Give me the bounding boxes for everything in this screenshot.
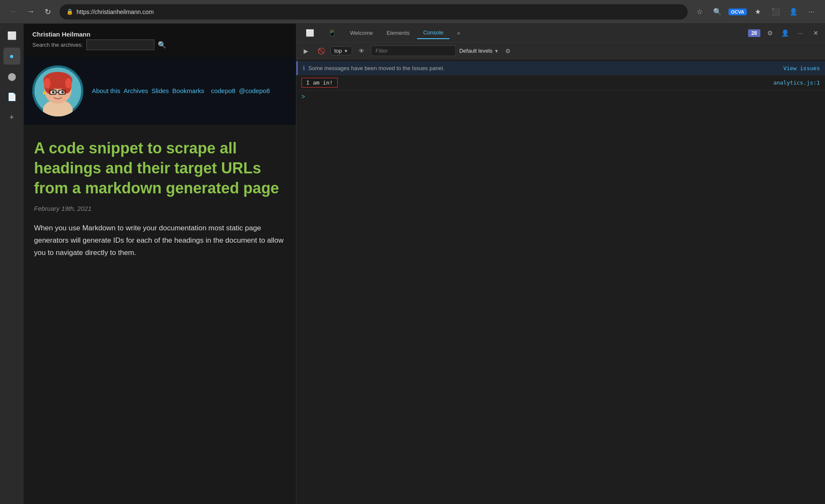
ocva-badge[interactable]: OCVA (728, 8, 747, 15)
svg-point-8 (65, 78, 72, 88)
tab-welcome[interactable]: Welcome (344, 27, 379, 39)
article-body: When you use Markdown to write your docu… (34, 222, 286, 259)
sidebar-github-button[interactable]: ⬤ (3, 68, 20, 85)
tab-more[interactable]: » (451, 27, 466, 39)
search-button[interactable]: 🔍 (158, 41, 166, 49)
search-input[interactable] (86, 40, 154, 50)
extension-search-button[interactable]: 🔍 (711, 5, 724, 19)
lock-icon: 🔒 (66, 8, 73, 15)
site-header: Christian Heilmann Search the archives: … (24, 24, 296, 57)
tab-elements[interactable]: Elements (381, 27, 415, 39)
levels-label: Default levels (459, 48, 492, 54)
site-banner: About this Archives Slides Bookmarks cod… (24, 57, 296, 125)
sidebar-extension-button[interactable]: ● (3, 48, 20, 65)
nav-links: About this Archives Slides Bookmarks cod… (92, 87, 270, 95)
devtools-toolbar: ⬜ 📱 Welcome Elements Console » 28 ⚙ 👤 ··… (296, 24, 825, 42)
console-clear-button[interactable]: 🚫 (315, 45, 327, 57)
site-header-text: Christian Heilmann Search the archives: … (32, 31, 166, 50)
svg-point-16 (61, 91, 64, 93)
svg-point-7 (44, 78, 51, 88)
eye-button[interactable]: 👁 (356, 45, 367, 57)
person-button[interactable]: 👤 (787, 5, 800, 19)
info-icon: ℹ (303, 65, 305, 71)
console-toolbar: ▶ 🚫 top ▼ 👁 Default levels ▼ ⚙ (296, 42, 825, 59)
devtools-panel: ⬜ 📱 Welcome Elements Console » 28 ⚙ 👤 ··… (296, 24, 825, 504)
context-label: top (334, 48, 342, 54)
nav-archives[interactable]: Archives (124, 87, 148, 95)
filter-input[interactable] (371, 45, 456, 56)
nav-slides[interactable]: Slides (151, 87, 169, 95)
console-log-message: I am in! (302, 78, 338, 88)
devtools-close-button[interactable]: ✕ (810, 27, 822, 39)
site-title: Christian Heilmann (32, 31, 166, 38)
back-button[interactable]: ← (7, 5, 20, 19)
avatar (32, 65, 83, 116)
sidebar-tabs-button[interactable]: ⬜ (3, 27, 20, 44)
svg-point-12 (43, 92, 46, 94)
console-run-button[interactable]: ▶ (300, 45, 312, 57)
sidebar-doc-button[interactable]: 📄 (3, 88, 20, 105)
console-log-row: I am in! analytics.js:1 (296, 75, 825, 91)
info-message: Some messages have been moved to the Iss… (308, 65, 444, 71)
forward-button[interactable]: → (24, 5, 37, 19)
issues-badge[interactable]: 28 (748, 29, 760, 37)
console-info-row: ℹ Some messages have been moved to the I… (296, 61, 825, 75)
devtools-toolbar-right: 28 ⚙ 👤 ··· ✕ (748, 27, 822, 39)
sidebar: ⬜ ● ⬤ 📄 + (0, 24, 24, 504)
devtools-inspect-btn[interactable]: ⬜ (300, 26, 320, 40)
refresh-button[interactable]: ↻ (41, 5, 54, 19)
browser-chrome: ← → ↻ 🔒 ☆ 🔍 OCVA ★ ⬛ 👤 ··· (0, 0, 825, 24)
devtools-more-button[interactable]: ··· (794, 27, 806, 39)
context-selector[interactable]: top ▼ (330, 46, 352, 55)
console-messages: ℹ Some messages have been moved to the I… (296, 59, 825, 504)
nav-twitter[interactable]: @codepo8 (239, 87, 270, 95)
tab-console[interactable]: Console (417, 27, 449, 39)
search-label: Search the archives: (32, 42, 83, 48)
levels-chevron-icon: ▼ (494, 48, 499, 54)
svg-point-15 (52, 91, 54, 93)
article-title: A code snippet to scrape all headings an… (34, 139, 286, 198)
console-settings-button[interactable]: ⚙ (502, 45, 514, 57)
browser-actions: ☆ 🔍 OCVA ★ ⬛ 👤 ··· (693, 5, 818, 19)
article-content: A code snippet to scrape all headings an… (24, 125, 296, 273)
nav-buttons: ← → ↻ (7, 5, 54, 19)
bookmarks-button[interactable]: ★ (751, 5, 765, 19)
nav-codepo8[interactable]: codepo8 (211, 87, 236, 95)
web-content: Christian Heilmann Search the archives: … (24, 24, 296, 504)
article-date: February 19th, 2021 (34, 205, 286, 212)
star-button[interactable]: ☆ (693, 5, 706, 19)
levels-selector[interactable]: Default levels ▼ (459, 48, 499, 54)
url-input[interactable] (77, 8, 681, 15)
devtools-mobile-btn[interactable]: 📱 (322, 26, 342, 40)
address-bar[interactable]: 🔒 (60, 4, 688, 20)
search-row: Search the archives: 🔍 (32, 40, 166, 50)
main-layout: ⬜ ● ⬤ 📄 + Christian Heilmann Search the … (0, 24, 825, 504)
sidebar-add-button[interactable]: + (3, 109, 20, 126)
devtools-settings-button[interactable]: ⚙ (764, 27, 776, 39)
console-log-source[interactable]: analytics.js:1 (773, 79, 820, 86)
console-prompt-row[interactable]: > (296, 91, 825, 102)
view-issues-link[interactable]: View issues (783, 65, 820, 71)
screenshot-button[interactable]: ⬛ (769, 5, 782, 19)
context-chevron-icon: ▼ (344, 48, 348, 54)
nav-bookmarks[interactable]: Bookmarks (172, 87, 204, 95)
prompt-icon: > (302, 93, 305, 100)
nav-about[interactable]: About this (92, 87, 120, 95)
more-button[interactable]: ··· (805, 5, 818, 19)
devtools-person-button[interactable]: 👤 (779, 27, 791, 39)
